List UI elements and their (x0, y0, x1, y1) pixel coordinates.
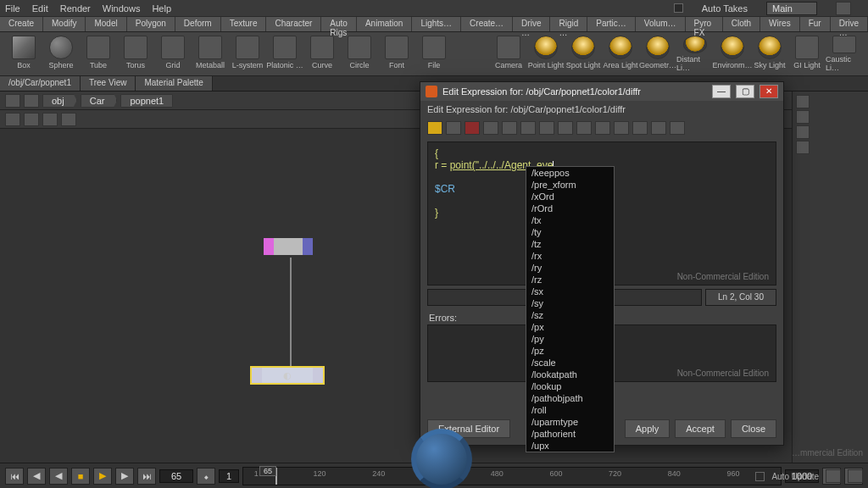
tool-icon[interactable] (558, 121, 573, 135)
apply-button[interactable]: Apply (625, 419, 670, 438)
shelf-tool-gilight[interactable]: GI Light (788, 36, 826, 72)
shelf-tool-distantli[interactable]: Distant Li… (676, 36, 714, 72)
right-tool-icon[interactable] (796, 125, 810, 139)
shelf-tool-curve[interactable]: Curve (303, 36, 341, 72)
autocomplete-item[interactable]: /sx (526, 286, 614, 297)
redo-icon[interactable] (446, 121, 461, 135)
shelf-tool-environm[interactable]: Environm… (714, 36, 751, 72)
right-tool-icon[interactable] (796, 95, 810, 108)
shelf-tool-arealight[interactable]: Area Light (602, 36, 639, 72)
shelf-tab[interactable]: Polygon (127, 17, 175, 31)
autocomplete-item[interactable]: /px (526, 321, 614, 333)
tool-icon[interactable] (651, 121, 666, 135)
shelf-tool-skylight[interactable]: Sky Light (751, 36, 788, 72)
node-flag-right[interactable] (313, 368, 323, 383)
status-icon[interactable] (848, 469, 863, 483)
autocomplete-item[interactable]: /rx (526, 250, 614, 262)
undo-icon[interactable] (427, 121, 442, 135)
close-button[interactable]: ✕ (760, 85, 778, 98)
shelf-tab[interactable]: Partic… (587, 17, 636, 31)
node-upstream[interactable] (263, 237, 314, 256)
shelf-tool-camera[interactable]: Camera (490, 36, 527, 72)
node-flag-right[interactable] (303, 238, 313, 255)
autocomplete-item[interactable]: /lookup (526, 380, 614, 392)
autocomplete-item[interactable]: /pathorient (526, 428, 614, 440)
autocomplete-item[interactable]: /rz (526, 274, 614, 286)
tool-icon[interactable] (595, 121, 610, 135)
autocomplete-item[interactable]: /lookatpath (526, 369, 614, 380)
shelf-tool-causticli[interactable]: Caustic Li… (826, 36, 863, 72)
autocomplete-item[interactable]: /ty (526, 226, 614, 238)
help-icon[interactable] (670, 121, 685, 135)
take-dropdown[interactable]: Main (766, 2, 817, 15)
path-seg-popnet[interactable]: popnet1 (120, 94, 173, 108)
path-seg-car[interactable]: Car (81, 94, 118, 108)
shelf-tab[interactable]: Cloth (723, 17, 760, 31)
tool-icon[interactable] (614, 121, 629, 135)
autocomplete-item[interactable]: /uparmtype (526, 416, 614, 428)
maximize-button[interactable]: ▢ (736, 85, 754, 98)
panel-tab[interactable]: /obj/Car/popnet1 (0, 76, 81, 91)
menu-windows[interactable]: Windows (103, 3, 141, 14)
tool-icon[interactable] (576, 121, 592, 135)
shelf-tab[interactable]: Volum… (636, 17, 686, 31)
shelf-tab[interactable]: Drive … (513, 17, 550, 31)
shelf-tab[interactable]: Pyro FX (686, 17, 723, 31)
play-reverse-button[interactable]: ◀ (49, 468, 68, 485)
shelf-tab[interactable]: Create (0, 17, 43, 31)
autocomplete-item[interactable]: /xOrd (526, 191, 614, 202)
autocomplete-item[interactable]: /pre_xform (526, 179, 614, 191)
prev-frame-button[interactable]: ◀ (27, 468, 46, 485)
view-icon-1[interactable] (5, 113, 20, 126)
first-frame-button[interactable]: ⏮ (5, 468, 24, 485)
shelf-tab[interactable]: Fur (800, 17, 831, 31)
cut-icon[interactable] (465, 121, 480, 135)
auto-update-checkbox[interactable] (755, 472, 765, 481)
shelf-tool-spotlight[interactable]: Spot Light (565, 36, 602, 72)
path-root[interactable]: obj (42, 94, 77, 108)
autocomplete-item[interactable]: /tx (526, 214, 614, 226)
shelf-tool-lsystem[interactable]: L-system (229, 36, 266, 72)
shelf-tool-grid[interactable]: Grid (154, 36, 192, 72)
play-button[interactable]: ▶ (93, 468, 112, 485)
shelf-tool-box[interactable]: Box (5, 36, 42, 72)
shelf-tab[interactable]: Drive … (831, 17, 868, 31)
shelf-tab[interactable]: Modify (43, 17, 86, 31)
shelf-tab[interactable]: Auto Rigs (321, 17, 357, 31)
timeline-slider[interactable]: 65 1120240360480600720840960 (242, 467, 782, 485)
shelf-tool-font[interactable]: Font (378, 36, 415, 72)
shelf-tab[interactable]: Lights… (412, 17, 461, 31)
view-icon-4[interactable] (61, 113, 76, 126)
autocomplete-item[interactable]: /upx (526, 440, 614, 452)
stop-button[interactable]: ■ (71, 468, 90, 485)
take-add-icon[interactable] (836, 2, 851, 15)
view-icon-2[interactable] (24, 113, 39, 126)
keyframe-button[interactable]: ⬥ (197, 468, 215, 485)
nav-fwd-icon[interactable] (24, 94, 39, 108)
menu-help[interactable]: Help (152, 3, 171, 14)
minimize-button[interactable]: — (712, 85, 731, 98)
shelf-tab[interactable]: Animation (357, 17, 412, 31)
shelf-tab[interactable]: Character (266, 17, 321, 31)
shelf-tool-geometr[interactable]: Geometr… (639, 36, 676, 72)
last-frame-button[interactable]: ⏭ (137, 468, 156, 485)
panel-tab[interactable]: Material Palette (136, 76, 212, 91)
menu-render[interactable]: Render (60, 3, 91, 14)
shelf-tab[interactable]: Rigid … (550, 17, 587, 31)
shelf-tool-tube[interactable]: Tube (80, 36, 117, 72)
status-icon[interactable] (826, 469, 841, 483)
shelf-tool-torus[interactable]: Torus (117, 36, 154, 72)
autocomplete-item[interactable]: /keeppos (526, 167, 614, 179)
autocomplete-item[interactable]: /scale (526, 357, 614, 369)
panel-tab[interactable]: Tree View (81, 76, 136, 91)
autocomplete-item[interactable]: /roll (526, 404, 614, 416)
node-flag-left[interactable] (252, 368, 262, 383)
autocomplete-popup[interactable]: /keeppos/pre_xform/xOrd/rOrd/tx/ty/tz/rx… (526, 166, 615, 452)
view-icon-3[interactable] (42, 113, 58, 126)
shelf-tool-metaball[interactable]: Metaball (192, 36, 229, 72)
nav-back-icon[interactable] (5, 94, 20, 108)
shelf-tool-pointlight[interactable]: Point Light (527, 36, 565, 72)
next-frame-button[interactable]: ▶ (115, 468, 134, 485)
find-icon[interactable] (520, 121, 536, 135)
copy-icon[interactable] (483, 121, 498, 135)
